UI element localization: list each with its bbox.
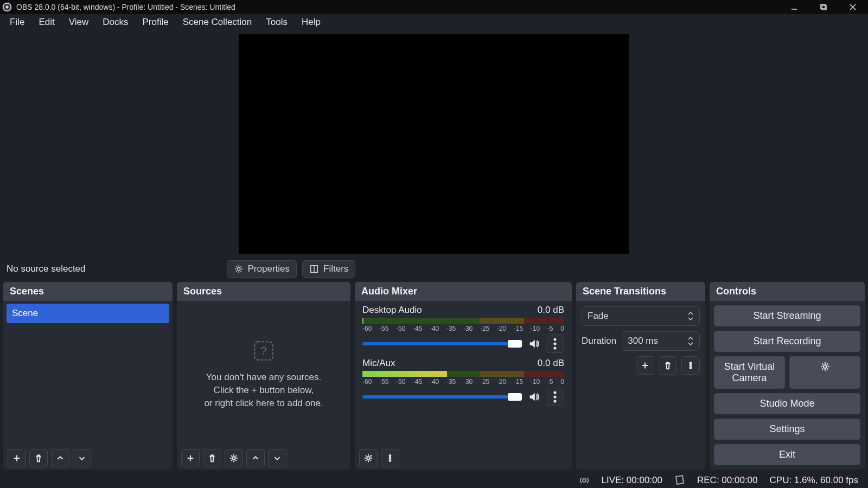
channel-name: Desktop Audio (362, 305, 422, 316)
svg-point-7 (237, 267, 240, 270)
scene-down-button[interactable] (73, 449, 91, 467)
svg-rect-3 (821, 4, 825, 9)
mixer-header: Audio Mixer (355, 282, 572, 301)
volume-slider[interactable] (362, 342, 522, 345)
gear-icon (234, 264, 244, 274)
cpu-status: CPU: 1.6%, 60.00 fps (770, 475, 858, 486)
no-source-label: No source selected (7, 264, 86, 274)
app-logo (2, 2, 12, 12)
source-up-button[interactable] (246, 449, 265, 467)
svg-text:?: ? (260, 344, 267, 357)
speaker-icon[interactable] (527, 390, 540, 403)
menu-help[interactable]: Help (295, 15, 327, 30)
add-source-button[interactable] (181, 449, 200, 467)
filters-button[interactable]: Filters (302, 260, 355, 278)
mixer-adv-settings-button[interactable] (359, 449, 378, 467)
menu-scene-collection[interactable]: Scene Collection (176, 15, 259, 30)
svg-point-27 (390, 460, 391, 461)
svg-point-21 (553, 395, 556, 398)
transition-menu-button[interactable] (681, 356, 700, 375)
volume-slider[interactable] (362, 395, 522, 399)
svg-point-17 (553, 338, 556, 341)
meter-ticks: -60-55-50-45-40-35-30-25-20-15-10-50 (362, 325, 564, 332)
channel-name: Mic/Aux (362, 358, 395, 369)
svg-point-23 (367, 457, 369, 459)
channel-meter (362, 318, 564, 324)
audio-mixer-panel: Audio Mixer Desktop Audio 0.0 dB -60-55-… (355, 282, 572, 470)
duration-label: Duration (582, 336, 616, 346)
close-button[interactable] (845, 2, 860, 12)
signal-icon (579, 475, 590, 486)
svg-point-19 (553, 346, 556, 349)
menu-tools[interactable]: Tools (259, 15, 294, 30)
controls-header: Controls (710, 282, 865, 301)
scene-item[interactable]: Scene (7, 304, 169, 323)
select-spinner-icon (687, 309, 696, 323)
scenes-header: Scenes (3, 282, 173, 301)
titlebar: OBS 28.0.0 (64-bit, windows) - Profile: … (0, 0, 868, 14)
maximize-button[interactable] (816, 2, 831, 12)
sources-header: Sources (177, 282, 350, 301)
sources-empty-state[interactable]: ? You don't have any sources. Click the … (177, 301, 350, 447)
source-down-button[interactable] (268, 449, 286, 467)
filters-label: Filters (323, 264, 348, 274)
mixer-menu-button[interactable] (381, 449, 399, 467)
menu-profile[interactable]: Profile (136, 15, 175, 30)
svg-point-34 (583, 479, 586, 482)
remove-transition-button[interactable] (659, 356, 677, 375)
svg-point-26 (390, 458, 391, 459)
minimize-button[interactable] (787, 2, 802, 12)
virtual-camera-settings-button[interactable] (789, 356, 860, 389)
svg-point-20 (553, 391, 556, 394)
menu-docks[interactable]: Docks (96, 15, 135, 30)
rec-status: REC: 00:00:00 (697, 475, 758, 486)
audio-channel-mic: Mic/Aux 0.0 dB -60-55-50-45-40-35-30-25-… (355, 354, 572, 407)
start-streaming-button[interactable]: Start Streaming (714, 305, 860, 326)
window-title: OBS 28.0.0 (64-bit, windows) - Profile: … (16, 3, 787, 11)
menu-edit[interactable]: Edit (32, 15, 61, 30)
sources-panel: Sources ? You don't have any sources. Cl… (177, 282, 350, 470)
settings-button[interactable]: Settings (714, 419, 860, 440)
remove-source-button[interactable] (203, 449, 221, 467)
channel-meter (362, 371, 564, 377)
meter-ticks: -60-55-50-45-40-35-30-25-20-15-10-50 (362, 378, 564, 386)
start-virtual-camera-button[interactable]: Start Virtual Camera (714, 356, 785, 389)
question-icon: ? (252, 339, 275, 362)
svg-point-22 (553, 400, 556, 402)
scenes-panel: Scenes Scene (3, 282, 173, 470)
preview-canvas[interactable] (239, 34, 629, 254)
svg-point-18 (553, 342, 556, 345)
transitions-panel: Scene Transitions Fade Duration 300 ms (576, 282, 705, 470)
stepper-icon (687, 334, 696, 348)
duration-input[interactable]: 300 ms (622, 331, 700, 351)
channel-db: 0.0 dB (538, 358, 564, 369)
source-properties-button[interactable] (225, 449, 243, 467)
properties-label: Properties (248, 264, 290, 274)
start-recording-button[interactable]: Start Recording (714, 331, 860, 352)
svg-point-31 (690, 365, 692, 367)
channel-menu-button[interactable] (546, 335, 564, 353)
scene-up-button[interactable] (51, 449, 69, 467)
exit-button[interactable]: Exit (714, 444, 860, 465)
transition-select[interactable]: Fade (582, 306, 700, 326)
svg-point-32 (690, 367, 692, 369)
remove-scene-button[interactable] (29, 449, 48, 467)
audio-channel-desktop: Desktop Audio 0.0 dB -60-55-50-45-40-35-… (355, 301, 572, 354)
speaker-icon[interactable] (527, 337, 540, 350)
svg-point-1 (5, 5, 8, 8)
svg-point-33 (824, 365, 827, 368)
menu-view[interactable]: View (62, 15, 95, 30)
disk-icon (674, 475, 685, 486)
channel-menu-button[interactable] (546, 388, 564, 406)
svg-rect-4 (822, 5, 826, 10)
studio-mode-button[interactable]: Studio Mode (714, 393, 860, 414)
add-transition-button[interactable] (636, 356, 654, 375)
properties-button[interactable]: Properties (227, 260, 297, 278)
menu-file[interactable]: File (3, 15, 31, 30)
channel-db: 0.0 dB (538, 305, 564, 316)
svg-point-25 (390, 455, 391, 457)
menubar: File Edit View Docks Profile Scene Colle… (0, 14, 868, 30)
controls-panel: Controls Start Streaming Start Recording… (710, 282, 865, 470)
add-scene-button[interactable] (8, 449, 26, 467)
svg-point-30 (690, 362, 692, 364)
